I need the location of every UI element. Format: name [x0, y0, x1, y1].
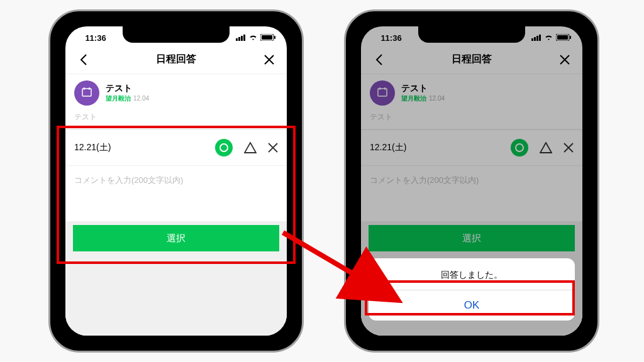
screen: 11:36 日程回答 — [361, 26, 582, 336]
event-note: テスト — [74, 112, 278, 123]
comment-placeholder: コメントを入力(200文字以内) — [74, 175, 183, 185]
svg-rect-1 — [238, 37, 240, 41]
event-card: テスト 望月毅治12.04 テスト — [65, 74, 287, 129]
svg-rect-5 — [262, 35, 272, 40]
circle-icon — [219, 143, 228, 152]
organizer-name: 望月毅治 — [106, 95, 131, 102]
confirm-ok-label: OK — [464, 299, 480, 311]
select-button-label: 選択 — [167, 233, 186, 244]
confirm-sheet: 回答しました。 OK — [369, 258, 575, 321]
confirm-message: 回答しました。 — [369, 258, 575, 290]
phone-left: 11:36 日程回答 — [50, 11, 302, 351]
date-row: 12.21(土) — [65, 129, 287, 166]
svg-rect-0 — [236, 38, 238, 41]
event-header: テスト 望月毅治12.04 — [74, 80, 278, 106]
event-created: 12.04 — [133, 95, 149, 102]
comment-input[interactable]: コメントを入力(200文字以内) — [65, 166, 287, 221]
option-yes[interactable] — [215, 139, 233, 156]
status-icons — [236, 33, 275, 43]
avatar — [74, 80, 99, 106]
notch — [123, 26, 230, 43]
content: テスト 望月毅治12.04 テスト 12.21(土) — [65, 74, 287, 336]
svg-rect-6 — [274, 36, 275, 39]
confirm-ok-button[interactable]: OK — [369, 290, 575, 321]
status-time: 11:36 — [77, 33, 114, 43]
response-options — [215, 139, 278, 156]
date-text: 12.21(土) — [74, 142, 111, 153]
app-header: 日程回答 — [65, 45, 287, 74]
calendar-icon — [81, 86, 92, 100]
svg-rect-3 — [243, 35, 245, 41]
battery-icon — [260, 33, 275, 43]
back-button[interactable] — [75, 52, 91, 67]
select-button[interactable]: 選択 — [73, 225, 279, 251]
phone-bezel: 11:36 日程回答 — [50, 11, 302, 351]
phone-right: 11:36 日程回答 — [346, 11, 597, 351]
option-maybe[interactable] — [244, 142, 257, 153]
close-button[interactable] — [262, 52, 277, 67]
signal-icon — [236, 33, 246, 43]
notch — [418, 26, 525, 43]
svg-rect-7 — [82, 89, 91, 96]
event-title: テスト — [106, 83, 149, 94]
event-sub: 望月毅治12.04 — [106, 94, 149, 103]
svg-rect-2 — [241, 36, 243, 41]
header-title: 日程回答 — [91, 53, 262, 66]
wifi-icon — [248, 33, 258, 43]
option-no[interactable] — [268, 143, 278, 153]
event-meta: テスト 望月毅治12.04 — [106, 83, 149, 103]
phone-bezel: 11:36 日程回答 — [346, 11, 597, 351]
screen: 11:36 日程回答 — [65, 26, 287, 336]
